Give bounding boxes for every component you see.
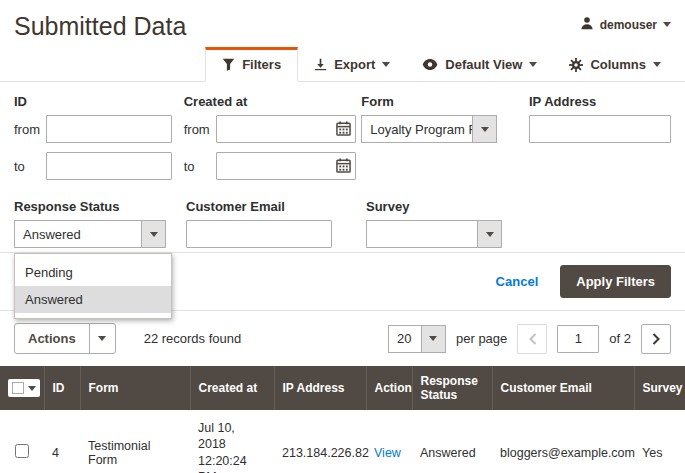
user-icon <box>580 16 594 33</box>
gear-icon <box>569 58 583 72</box>
apply-filters-button[interactable]: Apply Filters <box>560 265 671 298</box>
filter-status-label: Response Status <box>14 199 186 214</box>
response-status-dropdown: Pending Answered <box>14 253 172 319</box>
survey-select[interactable] <box>366 220 502 248</box>
column-header-survey[interactable]: Survey <box>634 366 685 410</box>
cell-response-status: Answered <box>412 410 492 473</box>
tab-default-view[interactable]: Default View <box>406 48 553 81</box>
filter-created-at-label: Created at <box>184 94 362 109</box>
row-checkbox[interactable] <box>15 444 29 458</box>
actions-button[interactable]: Actions <box>14 323 116 354</box>
dropdown-option-answered[interactable]: Answered <box>15 286 171 313</box>
filter-created-to-label: to <box>184 159 216 174</box>
filter-group-response-status: Response Status Answered Pending Answere… <box>14 199 186 250</box>
tab-filters[interactable]: Filters <box>205 47 298 82</box>
tab-columns-label: Columns <box>590 57 646 72</box>
filter-group-form: Form Loyalty Program Regi <box>361 94 529 189</box>
filters-panel: ID from to Created at from <box>0 82 685 310</box>
filter-group-created-at: Created at from to <box>184 94 362 189</box>
page-count-label: of 2 <box>609 331 631 346</box>
actions-button-label: Actions <box>15 324 89 353</box>
filter-id-to-label: to <box>14 159 46 174</box>
column-header-form[interactable]: Form <box>80 366 190 410</box>
records-count: 22 records found <box>144 331 242 346</box>
tab-default-view-label: Default View <box>445 57 522 72</box>
cell-form: Testimonial Form <box>80 410 190 473</box>
customer-email-input[interactable] <box>186 220 332 248</box>
chevron-down-icon <box>472 116 496 142</box>
filter-group-id: ID from to <box>14 94 184 189</box>
tab-filters-label: Filters <box>242 57 281 72</box>
checkbox-icon <box>12 382 24 394</box>
cell-customer-email: bloggers@example.com <box>492 410 634 473</box>
id-to-input[interactable] <box>46 152 172 180</box>
form-select-value: Loyalty Program Regi <box>362 116 472 142</box>
dropdown-option-pending[interactable]: Pending <box>15 259 171 286</box>
column-header-created-at[interactable]: Created at <box>190 366 274 410</box>
chevron-down-icon <box>28 386 36 391</box>
filter-form-label: Form <box>361 94 529 109</box>
cell-id: 4 <box>44 410 80 473</box>
filter-id-from-label: from <box>14 122 46 137</box>
next-page-button[interactable] <box>641 324 671 354</box>
per-page-value: 20 <box>389 326 421 352</box>
submitted-data-grid: ID Form Created at IP Address Action Res… <box>0 366 685 473</box>
pager: 20 per page of 2 <box>388 324 671 354</box>
page-header: Submitted Data demouser <box>0 0 685 41</box>
survey-select-value <box>367 221 477 247</box>
created-to-input[interactable] <box>216 152 356 180</box>
table-row: 4 Testimonial Form Jul 10, 2018 12:20:24… <box>0 410 685 473</box>
calendar-icon[interactable] <box>336 121 351 139</box>
id-from-input[interactable] <box>46 115 172 143</box>
column-header-response-status[interactable]: Response Status <box>412 366 492 410</box>
chevron-down-icon <box>653 62 661 67</box>
filter-id-label: ID <box>14 94 184 109</box>
per-page-label: per page <box>456 331 507 346</box>
column-header-ip-address[interactable]: IP Address <box>274 366 366 410</box>
tab-columns[interactable]: Columns <box>553 48 677 81</box>
user-menu[interactable]: demouser <box>580 16 671 33</box>
grid-header-row: ID Form Created at IP Address Action Res… <box>0 366 685 410</box>
filter-email-label: Customer Email <box>186 199 366 214</box>
response-status-select[interactable]: Answered <box>14 220 166 248</box>
view-link[interactable]: View <box>374 446 401 460</box>
filter-ip-label: IP Address <box>529 94 671 109</box>
actions-caret-button[interactable] <box>89 324 115 353</box>
user-name: demouser <box>600 18 657 32</box>
ip-address-input[interactable] <box>529 115 671 143</box>
select-all-checkbox[interactable] <box>8 379 40 397</box>
response-status-value: Answered <box>15 221 141 247</box>
grid-action-tabs: Filters Export Default View Columns <box>0 47 685 82</box>
cancel-button[interactable]: Cancel <box>496 274 539 289</box>
tab-export-label: Export <box>334 57 375 72</box>
form-select[interactable]: Loyalty Program Regi <box>361 115 497 143</box>
per-page-select[interactable]: 20 <box>388 325 446 353</box>
page-title: Submitted Data <box>14 12 186 41</box>
filter-created-from-label: from <box>184 122 216 137</box>
filter-group-ip: IP Address <box>529 94 671 189</box>
calendar-icon[interactable] <box>336 158 351 176</box>
prev-page-button[interactable] <box>517 324 547 354</box>
eye-icon <box>422 59 438 70</box>
column-header-id[interactable]: ID <box>44 366 80 410</box>
cell-created-at: Jul 10, 2018 12:20:24 PM <box>190 410 274 473</box>
tab-export[interactable]: Export <box>298 48 406 81</box>
filter-icon <box>222 58 235 71</box>
created-at-time: 12:20:24 PM <box>198 453 266 473</box>
cell-ip-address: 213.184.226.82 <box>274 410 366 473</box>
filter-survey-label: Survey <box>366 199 536 214</box>
chevron-down-icon <box>382 62 390 67</box>
column-header-customer-email[interactable]: Customer Email <box>492 366 634 410</box>
created-from-input[interactable] <box>216 115 356 143</box>
chevron-down-icon <box>421 326 445 352</box>
filter-group-survey: Survey <box>366 199 536 250</box>
filter-group-customer-email: Customer Email <box>186 199 366 250</box>
page-input[interactable] <box>557 325 599 353</box>
chevron-down-icon <box>529 62 537 67</box>
chevron-down-icon <box>663 22 671 27</box>
chevron-down-icon <box>141 221 165 247</box>
column-header-action[interactable]: Action <box>366 366 412 410</box>
created-at-date: Jul 10, 2018 <box>198 420 266 453</box>
chevron-down-icon <box>477 221 501 247</box>
cell-survey: Yes <box>634 410 685 473</box>
